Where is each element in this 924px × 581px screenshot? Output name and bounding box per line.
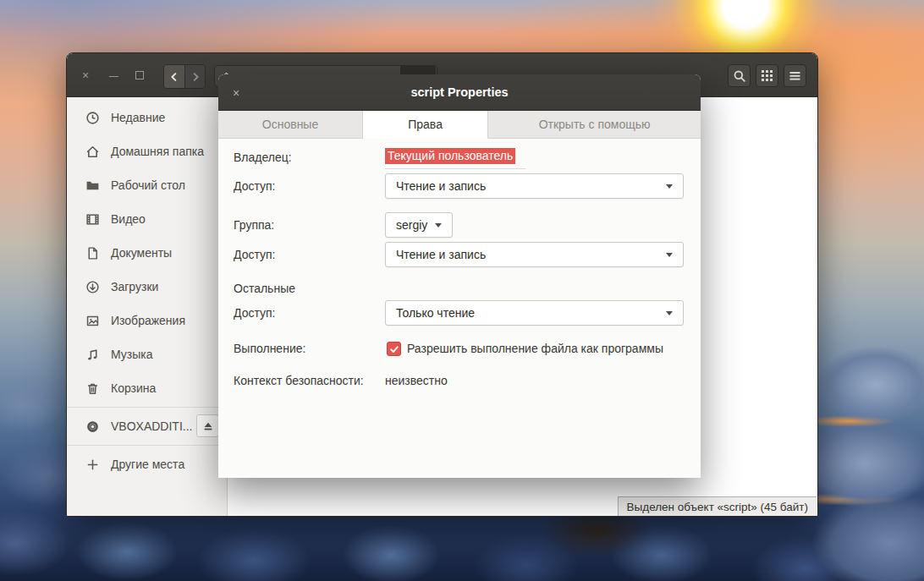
eject-icon xyxy=(202,420,214,432)
search-button[interactable] xyxy=(728,64,751,87)
sidebar-item-label: Загрузки xyxy=(111,280,158,293)
chevron-down-icon xyxy=(435,223,442,227)
sidebar-item-pictures[interactable]: Изображения xyxy=(67,304,227,337)
home-icon xyxy=(85,145,100,159)
dialog-close-button[interactable]: × xyxy=(233,74,239,111)
sidebar-item-trash[interactable]: Корзина xyxy=(67,371,227,405)
execute-label: Выполнение: xyxy=(234,342,305,355)
sidebar-item-recent[interactable]: Недавние xyxy=(67,101,227,134)
trash-icon xyxy=(85,381,100,396)
film-icon xyxy=(85,212,100,227)
disc-icon xyxy=(85,419,100,434)
sidebar-item-label: Рабочий стол xyxy=(111,178,185,192)
grid-icon xyxy=(761,69,773,82)
dialog-titlebar[interactable]: × script Properties xyxy=(218,74,701,111)
window-maximize-button[interactable] xyxy=(135,53,144,97)
sidebar-item-label: Документы xyxy=(111,246,172,260)
security-context-label: Контекст безопасности: xyxy=(234,374,364,387)
screen: × ─ xyxy=(0,0,924,581)
dialog-tabs: Основные Права Открыть с помощью xyxy=(218,111,701,139)
tab-permissions[interactable]: Права xyxy=(363,111,488,139)
sidebar-item-label: Домашняя папка xyxy=(111,145,204,158)
document-icon xyxy=(85,246,100,260)
chevron-down-icon xyxy=(666,311,673,315)
image-icon xyxy=(85,314,100,328)
tab-basic[interactable]: Основные xyxy=(218,111,363,138)
places-sidebar: Недавние Домашняя папка Рабочий стол Вид… xyxy=(67,97,228,516)
chevron-down-icon xyxy=(666,253,673,257)
owner-access-label: Доступ: xyxy=(234,179,275,193)
sidebar-item-music[interactable]: Музыка xyxy=(67,337,227,371)
sidebar-item-other-places[interactable]: Другие места xyxy=(67,447,227,481)
group-label: Группа: xyxy=(234,218,274,232)
owner-access-dropdown[interactable]: Чтение и запись xyxy=(385,173,684,199)
owner-entry-underline xyxy=(385,168,525,169)
group-dropdown[interactable]: sergiy xyxy=(385,212,453,238)
menu-button[interactable] xyxy=(784,64,806,87)
download-icon xyxy=(85,280,100,294)
clock-icon xyxy=(85,111,100,125)
sidebar-item-home[interactable]: Домашняя папка xyxy=(67,134,227,168)
sidebar-item-documents[interactable]: Документы xyxy=(67,236,227,270)
owner-access-value: Чтение и запись xyxy=(396,179,486,193)
navigation-buttons xyxy=(163,64,206,89)
group-access-label: Доступ: xyxy=(234,248,275,261)
sidebar-item-desktop[interactable]: Рабочий стол xyxy=(67,168,227,202)
hamburger-icon xyxy=(789,69,801,82)
owner-selected-text: Текущий пользователь xyxy=(385,148,515,164)
others-access-dropdown[interactable]: Только чтение xyxy=(385,300,684,326)
chevron-right-icon xyxy=(190,71,201,83)
dialog-title: script Properties xyxy=(410,85,508,99)
sidebar-item-label: VBOXADDITI... xyxy=(111,419,192,433)
sidebar-item-videos[interactable]: Видео xyxy=(67,202,227,236)
headerbar-actions xyxy=(728,64,806,87)
group-access-dropdown[interactable]: Чтение и запись xyxy=(385,242,684,267)
back-button[interactable] xyxy=(164,65,184,88)
chevron-left-icon xyxy=(168,71,180,83)
music-icon xyxy=(85,348,100,362)
sidebar-separator xyxy=(67,445,227,446)
sidebar-item-label: Недавние xyxy=(111,111,165,124)
plus-icon xyxy=(85,458,100,472)
folder-icon xyxy=(85,178,100,193)
search-icon xyxy=(733,69,746,83)
sidebar-item-label: Музыка xyxy=(111,348,153,361)
execute-checkbox-label[interactable]: Разрешить выполнение файла как программы xyxy=(407,342,663,355)
status-bar: Выделен объект «script» (45 байт) xyxy=(618,496,817,516)
view-grid-button[interactable] xyxy=(756,64,778,87)
maximize-icon xyxy=(135,71,144,79)
window-close-button[interactable]: × xyxy=(82,53,89,97)
sidebar-item-label: Изображения xyxy=(111,314,185,327)
chevron-down-icon xyxy=(666,184,673,189)
tab-open-with[interactable]: Открыть с помощью xyxy=(488,111,701,138)
sidebar-item-label: Корзина xyxy=(111,381,156,395)
owner-label: Владелец: xyxy=(234,151,292,164)
sidebar-item-label: Другие места xyxy=(111,458,184,471)
forward-button[interactable] xyxy=(184,65,205,88)
sidebar-item-label: Видео xyxy=(111,212,146,226)
others-access-value: Только чтение xyxy=(396,306,475,320)
group-access-value: Чтение и запись xyxy=(396,248,486,261)
sidebar-item-downloads[interactable]: Загрузки xyxy=(67,270,227,304)
others-access-label: Доступ: xyxy=(234,306,275,320)
checkmark-icon xyxy=(389,344,399,354)
eject-button[interactable] xyxy=(196,414,219,437)
execute-checkbox[interactable] xyxy=(387,342,401,356)
sidebar-item-vbox-device[interactable]: VBOXADDITI... xyxy=(67,409,227,443)
permissions-panel: Владелец: Текущий пользователь Доступ: Ч… xyxy=(218,139,701,477)
status-text: Выделен объект «script» (45 байт) xyxy=(627,501,808,513)
others-heading: Остальные xyxy=(234,282,295,295)
sidebar-separator xyxy=(67,407,227,408)
properties-dialog: × script Properties Основные Права Откры… xyxy=(218,74,701,478)
security-context-value: неизвестно xyxy=(385,374,448,387)
group-value: sergiy xyxy=(396,218,427,232)
owner-entry[interactable]: Текущий пользователь xyxy=(385,149,515,162)
window-minimize-button[interactable]: ─ xyxy=(109,53,118,97)
